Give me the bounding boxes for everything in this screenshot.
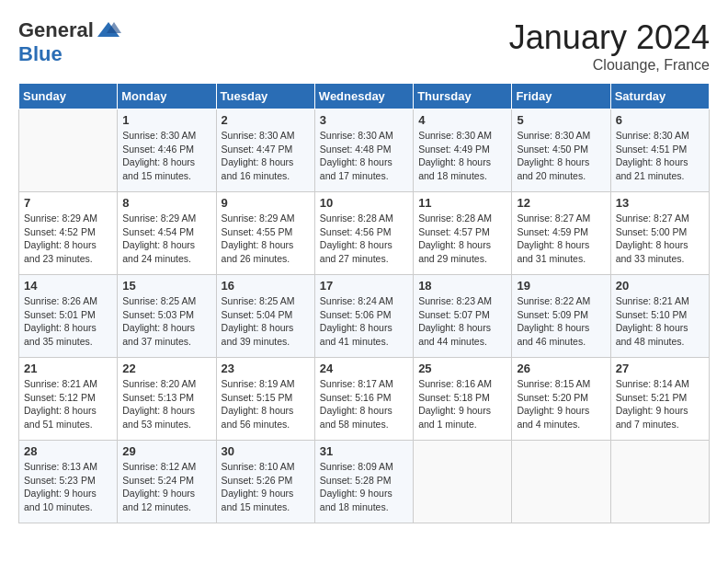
location: Clouange, France [509, 57, 710, 74]
calendar-cell: 6Sunrise: 8:30 AMSunset: 4:51 PMDaylight… [610, 109, 709, 192]
cell-content: Sunrise: 8:28 AMSunset: 4:57 PMDaylight:… [418, 212, 506, 266]
calendar-cell: 4Sunrise: 8:30 AMSunset: 4:49 PMDaylight… [414, 109, 512, 192]
cell-content: Sunrise: 8:13 AMSunset: 5:23 PMDaylight:… [24, 460, 112, 514]
cell-content: Sunrise: 8:25 AMSunset: 5:03 PMDaylight:… [122, 294, 210, 349]
cell-content: Sunrise: 8:30 AMSunset: 4:48 PMDaylight:… [320, 129, 408, 183]
calendar-cell: 28Sunrise: 8:13 AMSunset: 5:23 PMDayligh… [19, 441, 118, 523]
day-number: 20 [616, 279, 704, 293]
logo-icon [96, 20, 121, 40]
calendar-cell [414, 441, 512, 523]
cell-content: Sunrise: 8:26 AMSunset: 5:01 PMDaylight:… [24, 294, 112, 349]
calendar-cell: 23Sunrise: 8:19 AMSunset: 5:15 PMDayligh… [216, 358, 314, 441]
calendar-cell: 12Sunrise: 8:27 AMSunset: 4:59 PMDayligh… [512, 192, 610, 275]
cell-content: Sunrise: 8:12 AMSunset: 5:24 PMDaylight:… [122, 460, 210, 514]
calendar-cell: 25Sunrise: 8:16 AMSunset: 5:18 PMDayligh… [414, 358, 512, 441]
day-number: 25 [418, 362, 506, 375]
day-number: 13 [616, 196, 704, 210]
day-number: 1 [122, 113, 210, 127]
day-number: 26 [517, 362, 605, 375]
logo-blue-text: Blue [18, 42, 63, 66]
header-row: SundayMondayTuesdayWednesdayThursdayFrid… [19, 84, 710, 109]
header-sunday: Sunday [19, 84, 118, 109]
cell-content: Sunrise: 8:30 AMSunset: 4:50 PMDaylight:… [517, 129, 605, 183]
calendar-cell: 11Sunrise: 8:28 AMSunset: 4:57 PMDayligh… [414, 192, 512, 275]
day-number: 27 [616, 362, 704, 375]
day-number: 29 [122, 444, 210, 458]
calendar-cell [512, 441, 610, 523]
cell-content: Sunrise: 8:09 AMSunset: 5:28 PMDaylight:… [320, 460, 408, 514]
day-number: 22 [122, 362, 210, 375]
cell-content: Sunrise: 8:20 AMSunset: 5:13 PMDaylight:… [122, 377, 210, 431]
calendar-cell: 5Sunrise: 8:30 AMSunset: 4:50 PMDaylight… [512, 109, 610, 192]
cell-content: Sunrise: 8:22 AMSunset: 5:09 PMDaylight:… [517, 294, 605, 349]
cell-content: Sunrise: 8:17 AMSunset: 5:16 PMDaylight:… [320, 377, 408, 431]
day-number: 5 [517, 113, 605, 127]
header-saturday: Saturday [610, 84, 709, 109]
day-number: 3 [320, 113, 408, 127]
week-row-1: 7Sunrise: 8:29 AMSunset: 4:52 PMDaylight… [19, 192, 710, 275]
calendar-cell: 3Sunrise: 8:30 AMSunset: 4:48 PMDaylight… [314, 109, 413, 192]
calendar-cell: 1Sunrise: 8:30 AMSunset: 4:46 PMDaylight… [118, 109, 216, 192]
cell-content: Sunrise: 8:30 AMSunset: 4:46 PMDaylight:… [122, 129, 210, 183]
day-number: 8 [122, 196, 210, 210]
day-number: 16 [222, 279, 310, 293]
week-row-0: 1Sunrise: 8:30 AMSunset: 4:46 PMDaylight… [19, 109, 710, 192]
calendar-cell: 7Sunrise: 8:29 AMSunset: 4:52 PMDaylight… [19, 192, 118, 275]
cell-content: Sunrise: 8:29 AMSunset: 4:55 PMDaylight:… [222, 212, 310, 266]
cell-content: Sunrise: 8:30 AMSunset: 4:47 PMDaylight:… [222, 129, 310, 183]
cell-content: Sunrise: 8:27 AMSunset: 4:59 PMDaylight:… [517, 212, 605, 266]
calendar-cell: 30Sunrise: 8:10 AMSunset: 5:26 PMDayligh… [216, 441, 314, 523]
title-block: January 2024 Clouange, France [509, 18, 710, 74]
calendar-cell: 26Sunrise: 8:15 AMSunset: 5:20 PMDayligh… [512, 358, 610, 441]
cell-content: Sunrise: 8:29 AMSunset: 4:54 PMDaylight:… [122, 212, 210, 266]
calendar-cell: 29Sunrise: 8:12 AMSunset: 5:24 PMDayligh… [118, 441, 216, 523]
calendar-cell: 10Sunrise: 8:28 AMSunset: 4:56 PMDayligh… [314, 192, 413, 275]
day-number: 12 [517, 196, 605, 210]
week-row-4: 28Sunrise: 8:13 AMSunset: 5:23 PMDayligh… [19, 441, 710, 523]
calendar-cell [19, 109, 118, 192]
calendar-cell: 22Sunrise: 8:20 AMSunset: 5:13 PMDayligh… [118, 358, 216, 441]
week-row-2: 14Sunrise: 8:26 AMSunset: 5:01 PMDayligh… [19, 275, 710, 358]
cell-content: Sunrise: 8:15 AMSunset: 5:20 PMDaylight:… [517, 377, 605, 431]
calendar-cell: 13Sunrise: 8:27 AMSunset: 5:00 PMDayligh… [610, 192, 709, 275]
cell-content: Sunrise: 8:24 AMSunset: 5:06 PMDaylight:… [320, 294, 408, 349]
cell-content: Sunrise: 8:10 AMSunset: 5:26 PMDaylight:… [222, 460, 310, 514]
calendar-cell: 17Sunrise: 8:24 AMSunset: 5:06 PMDayligh… [314, 275, 413, 358]
calendar-cell: 24Sunrise: 8:17 AMSunset: 5:16 PMDayligh… [314, 358, 413, 441]
day-number: 2 [222, 113, 310, 127]
day-number: 10 [320, 196, 408, 210]
cell-content: Sunrise: 8:14 AMSunset: 5:21 PMDaylight:… [616, 377, 704, 431]
cell-content: Sunrise: 8:21 AMSunset: 5:12 PMDaylight:… [24, 377, 112, 431]
cell-content: Sunrise: 8:19 AMSunset: 5:15 PMDaylight:… [222, 377, 310, 431]
cell-content: Sunrise: 8:23 AMSunset: 5:07 PMDaylight:… [418, 294, 506, 349]
calendar-cell: 31Sunrise: 8:09 AMSunset: 5:28 PMDayligh… [314, 441, 413, 523]
cell-content: Sunrise: 8:16 AMSunset: 5:18 PMDaylight:… [418, 377, 506, 431]
calendar-cell: 8Sunrise: 8:29 AMSunset: 4:54 PMDaylight… [118, 192, 216, 275]
day-number: 15 [122, 279, 210, 293]
calendar-cell: 20Sunrise: 8:21 AMSunset: 5:10 PMDayligh… [610, 275, 709, 358]
day-number: 6 [616, 113, 704, 127]
logo-general-text: General [18, 18, 94, 42]
day-number: 4 [418, 113, 506, 127]
calendar-cell: 14Sunrise: 8:26 AMSunset: 5:01 PMDayligh… [19, 275, 118, 358]
day-number: 23 [222, 362, 310, 375]
calendar-cell: 15Sunrise: 8:25 AMSunset: 5:03 PMDayligh… [118, 275, 216, 358]
calendar-cell: 9Sunrise: 8:29 AMSunset: 4:55 PMDaylight… [216, 192, 314, 275]
day-number: 9 [222, 196, 310, 210]
month-title: January 2024 [509, 18, 710, 57]
cell-content: Sunrise: 8:30 AMSunset: 4:51 PMDaylight:… [616, 129, 704, 183]
day-number: 24 [320, 362, 408, 375]
cell-content: Sunrise: 8:25 AMSunset: 5:04 PMDaylight:… [222, 294, 310, 349]
header-monday: Monday [118, 84, 216, 109]
day-number: 21 [24, 362, 112, 375]
day-number: 7 [24, 196, 112, 210]
day-number: 30 [222, 444, 310, 458]
header-thursday: Thursday [414, 84, 512, 109]
day-number: 14 [24, 279, 112, 293]
logo: General Blue [18, 18, 121, 66]
calendar-cell: 19Sunrise: 8:22 AMSunset: 5:09 PMDayligh… [512, 275, 610, 358]
week-row-3: 21Sunrise: 8:21 AMSunset: 5:12 PMDayligh… [19, 358, 710, 441]
day-number: 17 [320, 279, 408, 293]
header-wednesday: Wednesday [314, 84, 413, 109]
day-number: 18 [418, 279, 506, 293]
